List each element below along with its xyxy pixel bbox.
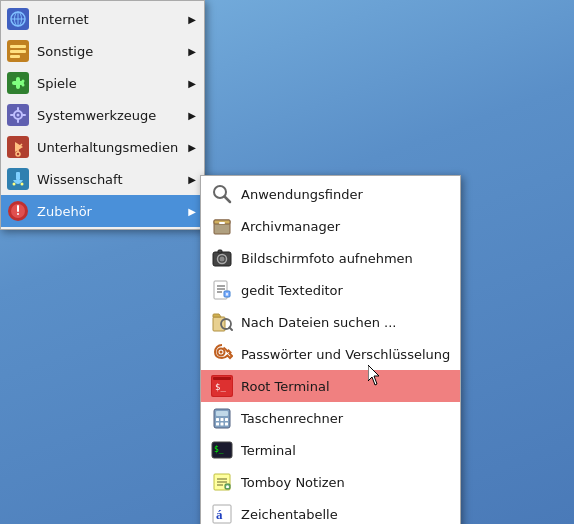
svg-point-13	[22, 84, 25, 87]
sonstige-arrow: ▶	[188, 46, 196, 57]
internet-label: Internet	[37, 12, 178, 27]
submenu-item-tomboy[interactable]: Tomboy Notizen	[201, 466, 460, 498]
sidebar-item-spiele[interactable]: Spiele ▶	[1, 67, 204, 99]
archivmanager-icon	[211, 215, 233, 237]
root-terminal-label: Root Terminal	[241, 379, 330, 394]
svg-rect-17	[17, 107, 19, 111]
unterhaltungsmedien-label: Unterhaltungsmedien	[37, 140, 178, 155]
submenu-item-gedit[interactable]: gedit Texteditor	[201, 274, 460, 306]
bildschirmfoto-label: Bildschirmfoto aufnehmen	[241, 251, 413, 266]
svg-line-50	[230, 328, 233, 331]
sidebar-item-internet[interactable]: Internet ▶	[1, 3, 204, 35]
sidebar-item-wissenschaft[interactable]: Wissenschaft ▶	[1, 163, 204, 195]
svg-rect-37	[219, 222, 225, 224]
submenu-item-root-terminal[interactable]: $_ Root Terminal	[201, 370, 460, 402]
spiele-arrow: ▶	[188, 78, 196, 89]
wissenschaft-label: Wissenschaft	[37, 172, 178, 187]
gedit-icon	[211, 279, 233, 301]
terminal-label: Terminal	[241, 443, 296, 458]
svg-point-12	[22, 80, 25, 83]
svg-rect-59	[216, 418, 219, 421]
svg-text:$_: $_	[214, 445, 224, 454]
svg-rect-18	[17, 119, 19, 123]
desktop: Internet ▶ Sonstige ▶	[0, 0, 574, 524]
zeichentabelle-label: Zeichentabelle	[241, 507, 338, 522]
svg-rect-6	[10, 45, 26, 48]
svg-rect-11	[16, 77, 20, 89]
svg-rect-58	[216, 411, 228, 416]
menu-container: Internet ▶ Sonstige ▶	[0, 0, 205, 230]
main-menu: Internet ▶ Sonstige ▶	[0, 0, 205, 230]
svg-point-27	[13, 183, 16, 186]
zubehor-icon	[7, 200, 29, 222]
sonstige-icon	[7, 40, 29, 62]
svg-rect-19	[10, 114, 14, 116]
submenu-item-passworter[interactable]: Passwörter und Verschlüsselung	[201, 338, 460, 370]
svg-rect-31	[17, 205, 19, 212]
submenu-item-taschenrechner[interactable]: Taschenrechner	[201, 402, 460, 434]
zubehor-arrow: ▶	[188, 206, 196, 217]
sidebar-item-unterhaltungsmedien[interactable]: Unterhaltungsmedien ▶	[1, 131, 204, 163]
spiele-icon	[7, 72, 29, 94]
spiele-label: Spiele	[37, 76, 178, 91]
tomboy-icon	[211, 471, 233, 493]
anwendungsfinder-icon	[211, 183, 233, 205]
submenu: Anwendungsfinder Archivmanager	[200, 175, 461, 524]
svg-text:á: á	[216, 507, 223, 522]
passworter-label: Passwörter und Verschlüsselung	[241, 347, 450, 362]
gedit-label: gedit Texteditor	[241, 283, 343, 298]
submenu-item-dateien[interactable]: Nach Dateien suchen ...	[201, 306, 460, 338]
systemwerkzeuge-icon	[7, 104, 29, 126]
svg-rect-61	[225, 418, 228, 421]
bildschirmfoto-icon	[211, 247, 233, 269]
svg-rect-62	[216, 423, 219, 426]
svg-line-34	[225, 197, 231, 203]
taschenrechner-icon	[211, 407, 233, 429]
svg-rect-63	[221, 423, 224, 426]
terminal-icon: $_	[211, 439, 233, 461]
svg-rect-26	[16, 172, 20, 180]
sonstige-label: Sonstige	[37, 44, 178, 59]
taschenrechner-label: Taschenrechner	[241, 411, 343, 426]
unterhaltungsmedien-arrow: ▶	[188, 142, 196, 153]
zubehor-label: Zubehör	[37, 204, 178, 219]
submenu-item-bildschirmfoto[interactable]: Bildschirmfoto aufnehmen	[201, 242, 460, 274]
svg-rect-41	[218, 250, 222, 253]
zeichentabelle-icon: á	[211, 503, 233, 524]
submenu-item-archivmanager[interactable]: Archivmanager	[201, 210, 460, 242]
submenu-item-terminal[interactable]: $_ Terminal	[201, 434, 460, 466]
svg-rect-20	[22, 114, 26, 116]
systemwerkzeuge-label: Systemwerkzeuge	[37, 108, 178, 123]
svg-point-28	[21, 183, 24, 186]
sidebar-item-sonstige[interactable]: Sonstige ▶	[1, 35, 204, 67]
systemwerkzeuge-arrow: ▶	[188, 110, 196, 121]
wissenschaft-arrow: ▶	[188, 174, 196, 185]
dateien-icon	[211, 311, 233, 333]
archivmanager-label: Archivmanager	[241, 219, 340, 234]
submenu-item-anwendungsfinder[interactable]: Anwendungsfinder	[201, 178, 460, 210]
svg-rect-7	[10, 50, 26, 53]
svg-rect-8	[10, 55, 20, 58]
anwendungsfinder-label: Anwendungsfinder	[241, 187, 363, 202]
svg-point-40	[220, 257, 225, 262]
svg-text:$_: $_	[215, 382, 226, 392]
submenu-item-zeichentabelle[interactable]: á Zeichentabelle	[201, 498, 460, 524]
svg-rect-55	[213, 377, 231, 380]
internet-icon	[7, 8, 29, 30]
wissenschaft-icon	[7, 168, 29, 190]
svg-rect-32	[17, 213, 19, 215]
root-terminal-icon: $_	[211, 375, 233, 397]
internet-arrow: ▶	[188, 14, 196, 25]
sidebar-item-systemwerkzeuge[interactable]: Systemwerkzeuge ▶	[1, 99, 204, 131]
tomboy-label: Tomboy Notizen	[241, 475, 345, 490]
svg-point-52	[220, 351, 223, 354]
svg-point-16	[17, 114, 20, 117]
svg-rect-64	[225, 423, 228, 426]
dateien-label: Nach Dateien suchen ...	[241, 315, 396, 330]
sidebar-item-zubehor[interactable]: Zubehör ▶	[1, 195, 204, 227]
unterhaltungsmedien-icon	[7, 136, 29, 158]
svg-rect-60	[221, 418, 224, 421]
passworter-icon	[211, 343, 233, 365]
